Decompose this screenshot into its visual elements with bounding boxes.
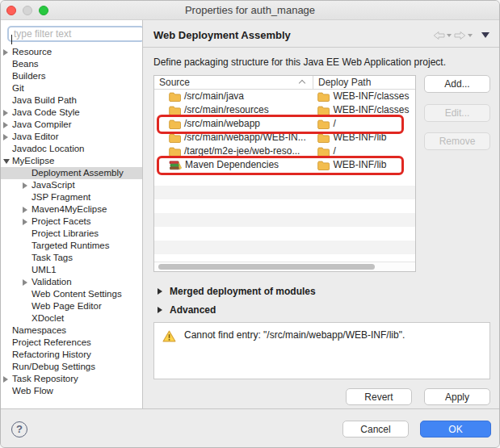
section-merged-deployment-of-modules[interactable]: Merged deployment of modules xyxy=(153,282,490,300)
sidebar-item-java-editor[interactable]: Java Editor xyxy=(1,131,142,143)
deploy-path-cell[interactable]: WEB-INF/lib xyxy=(312,158,415,172)
section-label: Advanced xyxy=(170,304,216,316)
sidebar-item-xdoclet[interactable]: XDoclet xyxy=(1,312,142,324)
add-button[interactable]: Add... xyxy=(424,75,490,93)
sidebar-item-jsp-fragment[interactable]: JSP Fragment xyxy=(1,191,142,203)
chevron-right-icon[interactable] xyxy=(3,110,8,116)
help-button[interactable]: ? xyxy=(11,421,27,438)
deploy-path-cell[interactable]: / xyxy=(312,117,415,131)
filter-input[interactable] xyxy=(7,26,143,42)
sidebar-item-java-code-style[interactable]: Java Code Style xyxy=(1,107,142,119)
cancel-button[interactable]: Cancel xyxy=(342,421,409,438)
table-row[interactable]: /target/m2e-jee/web-reso.../ xyxy=(154,144,415,158)
sidebar-item-git[interactable]: Git xyxy=(1,82,142,94)
sidebar-item-label: Web Page Editor xyxy=(32,301,102,311)
sidebar-item-refactoring-history[interactable]: Refactoring History xyxy=(1,349,142,361)
sidebar-item-web-content-settings[interactable]: Web Content Settings xyxy=(1,288,142,300)
chevron-right-icon[interactable] xyxy=(3,122,8,128)
table-row[interactable]: /src/main/resourcesWEB-INF/classes xyxy=(154,103,415,117)
disclosure-triangle-icon[interactable] xyxy=(158,307,162,313)
sidebar-item-java-build-path[interactable]: Java Build Path xyxy=(1,94,142,107)
deploy-path-cell[interactable]: WEB-INF/classes xyxy=(312,90,415,103)
column-header-source[interactable]: Source xyxy=(159,76,190,89)
sidebar-item-label: XDoclet xyxy=(32,313,64,323)
sidebar-item-label: Javadoc Location xyxy=(12,144,85,153)
column-header-deploy-path[interactable]: Deploy Path xyxy=(318,76,371,89)
table-header: Source Deploy Path xyxy=(154,76,415,90)
sidebar-item-javascript[interactable]: JavaScript xyxy=(1,179,142,191)
deploy-path-cell[interactable]: WEB-INF/lib xyxy=(312,131,415,144)
titlebar: Properties for auth_manage xyxy=(1,1,499,20)
table-row[interactable]: /src/main/webapp/ xyxy=(154,117,415,131)
sidebar-item-label: Project Libraries xyxy=(32,228,99,238)
source-cell[interactable]: /src/main/resources xyxy=(154,103,312,117)
back-icon[interactable] xyxy=(433,31,452,40)
ok-button[interactable]: OK xyxy=(420,421,491,438)
sidebar-item-run-debug-settings[interactable]: Run/Debug Settings xyxy=(1,361,142,373)
sidebar-item-builders[interactable]: Builders xyxy=(1,70,142,82)
chevron-right-icon[interactable] xyxy=(23,207,27,213)
sidebar-item-validation[interactable]: Validation xyxy=(1,276,142,288)
forward-dropdown-icon[interactable] xyxy=(468,34,473,37)
table-row[interactable]: /src/main/javaWEB-INF/classes xyxy=(154,90,415,103)
section-advanced[interactable]: Advanced xyxy=(153,300,490,319)
properties-dialog: Properties for auth_manage ResourceBeans… xyxy=(0,0,500,448)
sidebar-item-deployment-assembly[interactable]: Deployment Assembly xyxy=(1,167,142,179)
sidebar-item-myeclipse[interactable]: MyEclipse xyxy=(1,155,142,167)
traffic-lights xyxy=(6,6,48,15)
sidebar-item-web-page-editor[interactable]: Web Page Editor xyxy=(1,300,142,312)
view-menu-icon[interactable] xyxy=(481,32,489,38)
source-cell[interactable]: /src/main/webapp/WEB-IN... xyxy=(154,131,312,144)
back-dropdown-icon[interactable] xyxy=(447,34,452,37)
chevron-right-icon[interactable] xyxy=(3,134,8,140)
revert-button[interactable]: Revert xyxy=(346,388,412,405)
folder-icon xyxy=(317,92,330,102)
source-cell[interactable]: /src/main/java xyxy=(154,90,312,103)
disclosure-triangle-icon[interactable] xyxy=(158,288,162,295)
sidebar-item-label: Web Content Settings xyxy=(32,289,122,299)
sidebar-item-beans[interactable]: Beans xyxy=(1,58,142,70)
chevron-down-icon[interactable] xyxy=(3,159,10,164)
chevron-right-icon[interactable] xyxy=(23,182,27,189)
horizontal-scrollbar[interactable] xyxy=(154,262,415,271)
sidebar-item-resource[interactable]: Resource xyxy=(1,46,142,58)
sidebar-item-label: Validation xyxy=(32,277,72,287)
sidebar-item-uml1[interactable]: UML1 xyxy=(1,264,142,276)
apply-button[interactable]: Apply xyxy=(424,388,490,405)
close-button[interactable] xyxy=(6,6,16,15)
sidebar-item-label: Project Facets xyxy=(32,216,91,226)
chevron-right-icon[interactable] xyxy=(23,219,27,225)
sidebar-item-maven4myeclipse[interactable]: Maven4MyEclipse xyxy=(1,203,142,216)
deploy-path-cell[interactable]: WEB-INF/classes xyxy=(312,103,415,117)
table-row[interactable]: /src/main/webapp/WEB-IN...WEB-INF/lib xyxy=(154,131,415,144)
sort-ascending-icon[interactable] xyxy=(299,80,305,86)
folder-icon xyxy=(169,147,181,157)
sidebar-item-project-references[interactable]: Project References xyxy=(1,337,142,349)
source-cell[interactable]: /src/main/webapp xyxy=(154,117,312,131)
sidebar-item-project-libraries[interactable]: Project Libraries xyxy=(1,228,142,240)
source-cell[interactable]: Maven Dependencies xyxy=(154,158,312,172)
sidebar-item-web-flow[interactable]: Web Flow xyxy=(1,385,142,397)
text-cursor xyxy=(11,35,12,44)
chevron-right-icon[interactable] xyxy=(3,49,8,56)
chevron-right-icon[interactable] xyxy=(23,279,27,286)
sidebar-item-task-tags[interactable]: Task Tags xyxy=(1,252,142,264)
sidebar-item-namespaces[interactable]: Namespaces xyxy=(1,324,142,337)
sidebar-item-label: Task Repository xyxy=(12,374,78,383)
preferences-sidebar: ResourceBeansBuildersGitJava Build PathJ… xyxy=(1,20,143,408)
sidebar-item-task-repository[interactable]: Task Repository xyxy=(1,373,142,385)
sidebar-item-targeted-runtimes[interactable]: Targeted Runtimes xyxy=(1,240,142,252)
table-row[interactable]: Maven DependenciesWEB-INF/lib xyxy=(154,158,415,172)
sidebar-item-java-compiler[interactable]: Java Compiler xyxy=(1,119,142,131)
sidebar-item-project-facets[interactable]: Project Facets xyxy=(1,216,142,228)
sidebar-item-label: Deployment Assembly xyxy=(32,168,124,178)
chevron-right-icon[interactable] xyxy=(3,376,8,383)
scrollbar-thumb[interactable] xyxy=(158,264,375,270)
deploy-path-cell[interactable]: / xyxy=(312,144,415,158)
edit-button: Edit... xyxy=(424,104,490,122)
forward-icon[interactable] xyxy=(454,31,473,40)
folder-icon xyxy=(317,119,330,129)
source-cell[interactable]: /target/m2e-jee/web-reso... xyxy=(154,144,312,158)
zoom-button[interactable] xyxy=(39,6,48,15)
sidebar-item-javadoc-location[interactable]: Javadoc Location xyxy=(1,143,142,155)
